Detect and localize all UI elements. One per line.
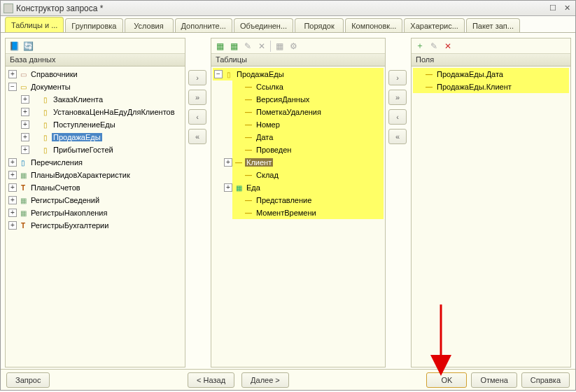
cancel-button[interactable]: Отмена [471, 372, 517, 388]
help-button[interactable]: Справка [521, 372, 570, 388]
tree-item[interactable]: Проведен [255, 146, 293, 154]
folder-icon: ▭ [18, 83, 28, 91]
expand-icon[interactable]: + [8, 158, 17, 167]
tree-item-selected[interactable]: ПродажаЕды [52, 133, 102, 141]
movers-tables-fields: › » ‹ « [388, 38, 408, 368]
tree-item[interactable]: РегистрыБухгалтерии [29, 221, 110, 230]
move-left-button[interactable]: ‹ [188, 109, 206, 125]
tree-item[interactable]: ПоступлениеЕды [52, 120, 117, 129]
tables-tree[interactable]: −▯ПродажаЕды —Ссылка —ВерсияДанных —Поме… [211, 66, 385, 367]
back-button[interactable]: < Назад [188, 372, 234, 388]
collapse-icon[interactable]: − [8, 83, 17, 91]
expand-icon[interactable]: + [8, 171, 17, 179]
db-refresh-icon[interactable]: 🔄 [22, 41, 34, 52]
field-icon: — [244, 171, 253, 179]
move-right-button[interactable]: › [188, 70, 206, 85]
tab-characteristics[interactable]: Характерис... [404, 18, 465, 32]
tree-item[interactable]: ПланыСчетов [29, 183, 82, 192]
ok-button[interactable]: OK [426, 372, 467, 388]
expand-icon[interactable]: + [21, 108, 29, 116]
delete-icon[interactable]: ✕ [256, 41, 267, 52]
grid-icon: ▦ [18, 196, 28, 204]
db-tree[interactable]: +▭Справочники −▭Документы +▯ЗаказКлиента… [6, 66, 185, 367]
movers-db-tables: › » ‹ « [188, 38, 208, 368]
tab-conditions[interactable]: Условия [125, 18, 174, 32]
fields-header: Поля [412, 54, 570, 66]
replace-icon[interactable]: ▦ [274, 41, 285, 52]
tree-item[interactable]: Дата [255, 133, 274, 141]
separator [270, 41, 271, 52]
move-right-all-button[interactable]: » [188, 90, 206, 105]
field-icon: — [424, 70, 434, 78]
tree-item[interactable]: ПродажаЕды [235, 70, 286, 78]
tab-order[interactable]: Порядок [295, 18, 344, 32]
grid-icon: ▦ [18, 171, 28, 179]
field-icon: — [244, 209, 253, 217]
edit-icon[interactable]: ✎ [242, 41, 253, 52]
close-button[interactable]: ✕ [561, 3, 573, 14]
tree-item[interactable]: Документы [29, 83, 72, 91]
tree-item[interactable]: Представление [255, 196, 313, 204]
grid-icon: ▦ [18, 209, 28, 217]
list-item[interactable]: ПродажаЕды.Клиент [435, 83, 513, 91]
tree-item[interactable]: МоментВремени [255, 209, 318, 217]
field-icon: — [244, 120, 253, 129]
document-icon: ▯ [41, 120, 50, 129]
tab-union[interactable]: Объединен... [234, 18, 293, 32]
expand-icon[interactable]: + [21, 120, 29, 129]
tree-item[interactable]: Склад [255, 171, 280, 179]
next-button[interactable]: Далее > [241, 372, 289, 388]
move-left-all-button[interactable]: « [388, 129, 407, 144]
tree-item[interactable]: ПланыВидовХарактеристик [29, 171, 132, 179]
tree-item[interactable]: ВерсияДанных [255, 95, 311, 104]
expand-icon[interactable]: + [21, 95, 29, 104]
expand-icon[interactable]: + [224, 183, 232, 192]
tab-grouping[interactable]: Группировка [65, 18, 122, 32]
fields-list[interactable]: —ПродажаЕды.Дата —ПродажаЕды.Клиент [412, 66, 570, 367]
expand-icon[interactable]: + [8, 221, 17, 230]
tree-item[interactable]: Ссылка [255, 83, 285, 91]
tree-item[interactable]: ПометкаУдаления [255, 108, 323, 116]
move-left-button[interactable]: ‹ [388, 109, 407, 125]
tree-item-selected[interactable]: Клиент [245, 158, 273, 167]
list-item[interactable]: ПродажаЕды.Дата [435, 70, 505, 78]
add-table-icon[interactable]: ▦ [214, 41, 225, 52]
tree-item[interactable]: Еда [245, 183, 262, 192]
tab-composition[interactable]: Компоновк... [345, 18, 402, 32]
expand-icon[interactable]: + [21, 133, 29, 141]
settings-icon[interactable]: ⚙ [288, 41, 299, 52]
expand-icon[interactable]: + [8, 183, 17, 192]
maximize-button[interactable]: ☐ [547, 3, 559, 14]
tree-item[interactable]: УстановкаЦенНаЕдуДляКлиентов [52, 108, 176, 116]
field-icon: — [244, 83, 253, 91]
field-icon: — [244, 196, 253, 204]
footer: Запрос < Назад Далее > OK Отмена Справка [1, 369, 575, 390]
add-field-icon[interactable]: ＋ [414, 41, 426, 52]
tab-additional[interactable]: Дополните... [175, 18, 232, 32]
expand-icon[interactable]: + [8, 209, 17, 217]
db-tool-icon[interactable]: 📘 [8, 41, 20, 52]
move-left-all-button[interactable]: « [188, 129, 206, 144]
tree-item[interactable]: РегистрыНакопления [29, 209, 108, 217]
tree-item[interactable]: РегистрыСведений [29, 196, 101, 204]
field-icon: — [244, 146, 253, 154]
tree-item[interactable]: Номер [255, 120, 281, 129]
move-right-all-button[interactable]: » [388, 90, 407, 105]
tab-tables[interactable]: Таблицы и ... [5, 17, 64, 32]
expand-icon[interactable]: + [21, 146, 29, 154]
edit-field-icon[interactable]: ✎ [428, 41, 440, 52]
enum-icon: ▯ [18, 158, 28, 167]
delete-field-icon[interactable]: ✕ [442, 41, 454, 52]
tree-item[interactable]: Перечисления [29, 158, 84, 167]
query-button[interactable]: Запрос [6, 372, 50, 388]
move-right-button[interactable]: › [388, 70, 407, 85]
tab-batch[interactable]: Пакет зап... [466, 18, 520, 32]
add-subquery-icon[interactable]: ▦ [228, 41, 239, 52]
expand-icon[interactable]: + [224, 158, 232, 167]
tree-item[interactable]: ЗаказКлиента [52, 95, 104, 104]
tree-item[interactable]: ПрибытиеГостей [52, 146, 115, 154]
expand-icon[interactable]: + [8, 70, 17, 78]
expand-icon[interactable]: + [8, 196, 17, 204]
tree-item[interactable]: Справочники [29, 70, 79, 78]
collapse-icon[interactable]: − [214, 70, 223, 78]
